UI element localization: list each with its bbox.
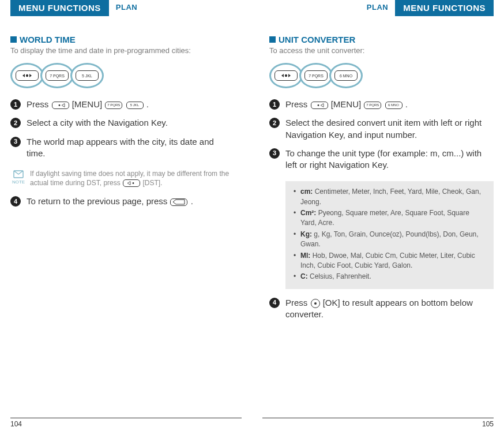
step4-text-a: To return to the previous page, press: [27, 196, 170, 206]
tab-menu-functions-right: MENU FUNCTIONS: [395, 0, 494, 16]
unit-cm: cm: Centimeter, Meter, Inch, Feet, Yard,…: [294, 187, 487, 207]
softkey-left-icon: [311, 102, 328, 109]
step-num-2-icon: 2: [269, 118, 280, 128]
step1-text-a: Press: [27, 99, 51, 109]
step-3: 3 The world map appears with the city, i…: [10, 136, 235, 160]
page-number-right: 105: [482, 420, 494, 428]
page-left: MENU FUNCTIONS PLAN WORLD TIME To displa…: [0, 0, 252, 435]
square-bullet-icon: [269, 36, 276, 43]
step1-text-b: [MENU]: [70, 99, 105, 109]
step-3-right: 3 To change the unit type (for example: …: [269, 148, 494, 171]
header-right: PLAN MENU FUNCTIONS: [269, 0, 494, 18]
key-5-icon: 5 JKL: [70, 63, 104, 88]
key-6-icon: 6 MNO: [329, 63, 363, 88]
rstep1-text-c: .: [403, 99, 408, 109]
footer-left: 104: [10, 418, 242, 428]
key-dpad-icon: [10, 63, 44, 88]
step-1: 1 Press [MENU] 7 PQRS 5 JKL .: [10, 99, 235, 110]
rstep1-text-a: Press: [285, 99, 310, 109]
rstep2-text: Select the desired convert unit item wit…: [285, 117, 494, 141]
rstep3-text: To change the unit type (for example: m,…: [285, 148, 494, 171]
step-2-right: 2 Select the desired convert unit item w…: [269, 117, 494, 141]
note-icon: NOTE: [10, 170, 27, 185]
tab-plan-right: PLAN: [360, 0, 395, 15]
rstep1-text-b: [MENU]: [329, 99, 364, 109]
key-7-icon: 7 PQRS: [40, 63, 74, 88]
unit-kg: Kg: g, Kg, Ton, Grain, Ounce(oz), Pound(…: [294, 230, 487, 250]
step-4-right: 4 Press [OK] to result appears on bottom…: [269, 297, 494, 321]
note-block: NOTE If daylight saving time does not ap…: [10, 170, 235, 187]
step-4: 4 To return to the previous page, press …: [10, 196, 235, 207]
step-1-right: 1 Press [MENU] 7 PQRS 6 MNO .: [269, 99, 494, 110]
step3-text: The world map appears with the city, its…: [27, 136, 235, 160]
key-sequence-right: 7 PQRS 6 MNO: [269, 63, 494, 88]
ok-key-icon: [311, 299, 320, 308]
key-dpad-icon: [269, 63, 303, 88]
section-title-world-time: WORLD TIME: [10, 35, 235, 44]
world-time-heading: WORLD TIME: [20, 35, 76, 44]
step2-text: Select a city with the Navigation Key.: [27, 117, 235, 129]
step-num-1-icon: 1: [10, 99, 21, 110]
softkey-right-mini-icon: [123, 179, 140, 187]
section-title-unit-converter: UNIT CONVERTER: [269, 35, 494, 44]
key-7-icon: 7 PQRS: [299, 63, 333, 88]
svg-point-4: [285, 74, 287, 77]
note-text-b: [DST].: [141, 179, 162, 187]
softkey-left-icon: [52, 102, 69, 109]
unit-converter-subtitle: To access the unit converter:: [269, 46, 494, 55]
key-7-mini-icon: 7 PQRS: [105, 102, 122, 109]
svg-point-1: [58, 104, 60, 106]
tab-plan: PLAN: [109, 0, 144, 15]
note-label: NOTE: [10, 179, 27, 185]
clr-key-icon: [170, 198, 187, 206]
unit-converter-heading: UNIT CONVERTER: [279, 35, 355, 44]
square-bullet-icon: [10, 36, 17, 43]
svg-point-5: [317, 104, 319, 106]
unit-cm2: Cm²: Pyeong, Square meter, Are, Square F…: [294, 208, 487, 228]
world-time-subtitle: To display the time and date in pre-prog…: [10, 46, 235, 55]
page-number-left: 104: [10, 420, 22, 428]
step-num-1-icon: 1: [269, 99, 280, 110]
step-num-4-icon: 4: [269, 298, 280, 308]
key-5-mini-icon: 5 JKL: [126, 102, 144, 109]
page-right: PLAN MENU FUNCTIONS UNIT CONVERTER To ac…: [252, 0, 504, 435]
svg-point-6: [314, 302, 317, 305]
key-6-mini-icon: 6 MNO: [385, 102, 403, 109]
svg-point-0: [26, 74, 28, 77]
rstep4-text-a: Press: [285, 298, 310, 308]
step4-text-b: .: [188, 196, 193, 206]
step-num-2-icon: 2: [10, 118, 21, 128]
unit-ml: Ml: Hob, Dwoe, Mal, Cubic Cm, Cubic Mete…: [294, 251, 487, 271]
step-num-3-icon: 3: [10, 137, 21, 147]
step-num-3-icon: 3: [269, 148, 280, 159]
key-sequence-left: 7 PQRS 5 JKL: [10, 63, 235, 88]
step-num-4-icon: 4: [10, 196, 21, 207]
unit-c: C: Celsius, Fahrenheit.: [294, 272, 487, 282]
footer-right: 105: [262, 418, 494, 428]
unit-info-box: cm: Centimeter, Meter, Inch, Feet, Yard,…: [285, 181, 494, 289]
svg-point-3: [133, 182, 134, 184]
key-7-mini-icon: 7 PQRS: [364, 102, 381, 109]
header-left: MENU FUNCTIONS PLAN: [10, 0, 235, 18]
step-2: 2 Select a city with the Navigation Key.: [10, 117, 235, 129]
tab-menu-functions: MENU FUNCTIONS: [10, 0, 109, 16]
step1-text-c: .: [144, 99, 149, 109]
